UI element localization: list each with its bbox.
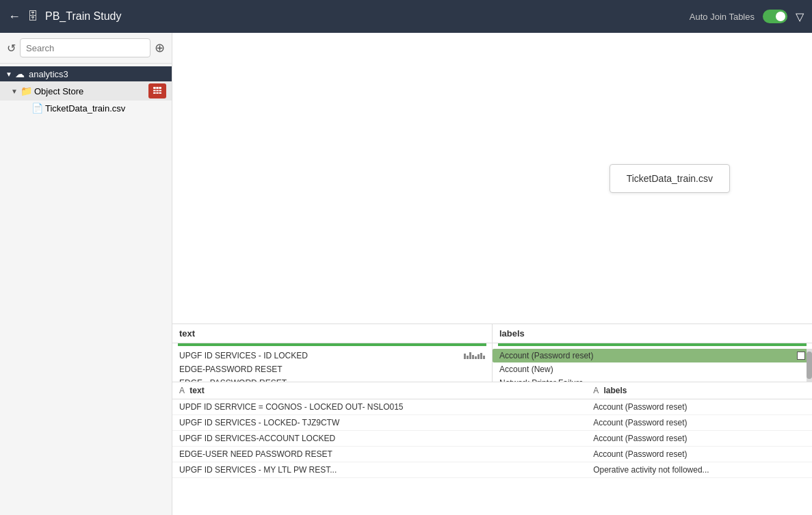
scrollbar-thumb[interactable] <box>807 352 812 379</box>
sidebar-item-objectstore[interactable]: ▼ 📁 Object Store <box>0 81 172 101</box>
table-row[interactable]: UPGF ID SERVICES - MY LTL PW REST... Ope… <box>172 462 812 478</box>
svg-rect-0 <box>153 87 161 89</box>
data-table: A text A labels UPDF ID <box>172 382 812 478</box>
columns-section: text UPGF ID SERVICES - ID LOCKED <box>172 323 812 515</box>
svg-rect-1 <box>153 90 161 92</box>
search-input[interactable] <box>20 38 150 57</box>
add-icon[interactable]: ⊕ <box>155 40 165 55</box>
sidebar-toolbar: ↺ ⊕ <box>0 33 172 64</box>
table-cell-text: UPGF ID SERVICES-ACCOUNT LOCKED <box>172 431 586 447</box>
table-row[interactable]: EDGE-USER NEED PASSWORD RESET Account (P… <box>172 447 812 462</box>
table-scroll[interactable]: A text A labels UPDF ID <box>172 382 812 515</box>
col-item[interactable]: Network Printer Failure <box>493 376 812 382</box>
columns-row: text UPGF ID SERVICES - ID LOCKED <box>172 324 812 382</box>
ticket-data-card[interactable]: TicketData_train.csv <box>610 164 730 193</box>
sidebar-item-ticketdata[interactable]: ▶ 📄 TicketData_train.csv <box>0 101 172 116</box>
tree-arrow-icon: ▼ <box>5 70 15 78</box>
cloud-icon: ☁ <box>15 68 29 79</box>
bar-chart <box>464 352 485 359</box>
table-row[interactable]: UPGF ID SERVICES - LOCKED- TJZ9CTW Accou… <box>172 415 812 431</box>
table-cell-text: EDGE-USER NEED PASSWORD RESET <box>172 447 586 462</box>
auto-join-toggle[interactable] <box>763 10 787 23</box>
col-panel-text: text UPGF ID SERVICES - ID LOCKED <box>172 324 493 382</box>
table-cell-text: UPGF ID SERVICES - MY LTL PW REST... <box>172 462 586 478</box>
table-cell-text: UPDF ID SERRVICE = COGNOS - LOCKED OUT- … <box>172 399 586 415</box>
topbar-right: Auto Join Tables ▽ <box>690 10 804 23</box>
col-header-text-type: A text <box>172 382 586 399</box>
table-cell-text: UPGF ID SERVICES - LOCKED- TJZ9CTW <box>172 415 586 431</box>
topbar: ← 🗄 PB_Train Study Auto Join Tables ▽ <box>0 0 812 33</box>
object-store-action-button[interactable] <box>148 83 166 98</box>
checkbox[interactable] <box>797 352 805 360</box>
canvas-area: TicketData_train.csv <box>172 33 812 323</box>
main-layout: ↺ ⊕ ▼ ☁ analytics3 ▼ 📁 Object Store <box>0 33 812 515</box>
col-header-labels: labels <box>493 324 812 343</box>
col-bar-text <box>178 343 486 346</box>
data-table-section: A text A labels UPDF ID <box>172 382 812 515</box>
folder-icon: 📁 <box>21 85 34 96</box>
auto-join-label: Auto Join Tables <box>690 12 755 22</box>
page-title: PB_Train Study <box>45 10 121 23</box>
table-cell-labels: Operative activity not followed... <box>586 462 812 478</box>
topbar-left: ← 🗄 PB_Train Study <box>8 10 681 24</box>
sidebar: ↺ ⊕ ▼ ☁ analytics3 ▼ 📁 Object Store <box>0 33 172 515</box>
col-header-text: text <box>172 324 492 343</box>
col-items-text[interactable]: UPGF ID SERVICES - ID LOCKED <box>172 349 492 382</box>
file-icon: 📄 <box>31 103 45 114</box>
table-cell-labels: Account (Password reset) <box>586 431 812 447</box>
sidebar-item-label: analytics3 <box>29 69 166 79</box>
col-bar-labels <box>498 343 807 346</box>
col-header-labels-type: A labels <box>586 382 812 399</box>
col-items-labels[interactable]: Account (Password reset) Account (New) N… <box>493 349 812 382</box>
table-row[interactable]: UPDF ID SERRVICE = COGNOS - LOCKED OUT- … <box>172 399 812 415</box>
scrollbar[interactable] <box>807 349 812 382</box>
sidebar-tree: ▼ ☁ analytics3 ▼ 📁 Object Store <box>0 64 172 515</box>
svg-rect-2 <box>153 92 161 94</box>
sidebar-item-label: TicketData_train.csv <box>45 103 166 114</box>
db-icon: 🗄 <box>27 10 38 23</box>
table-cell-labels: Account (Password reset) <box>586 447 812 462</box>
back-button[interactable]: ← <box>8 10 21 24</box>
col-item[interactable]: EDGE - PASSWORD RESET <box>172 376 492 382</box>
sidebar-item-label: Object Store <box>34 86 148 96</box>
filter-icon[interactable]: ▽ <box>796 10 804 23</box>
col-item[interactable]: UPGF ID SERVICES - ID LOCKED <box>172 349 492 362</box>
content-area: TicketData_train.csv text UPGF ID SERVIC… <box>172 33 812 515</box>
table-icon <box>153 86 162 96</box>
col-item[interactable]: EDGE-PASSWORD RESET <box>172 362 492 376</box>
table-cell-labels: Account (Password reset) <box>586 399 812 415</box>
refresh-icon[interactable]: ↺ <box>7 42 16 55</box>
tree-arrow-icon: ▼ <box>11 88 21 95</box>
col-panel-labels: labels Account (Password reset) Account … <box>493 324 812 382</box>
sidebar-item-analytics3[interactable]: ▼ ☁ analytics3 <box>0 66 172 81</box>
col-item[interactable]: Account (New) <box>493 362 812 376</box>
table-row[interactable]: UPGF ID SERVICES-ACCOUNT LOCKED Account … <box>172 431 812 447</box>
table-header-row: A text A labels <box>172 382 812 399</box>
table-cell-labels: Account (Password reset) <box>586 415 812 431</box>
col-item[interactable]: Account (Password reset) <box>493 349 812 362</box>
